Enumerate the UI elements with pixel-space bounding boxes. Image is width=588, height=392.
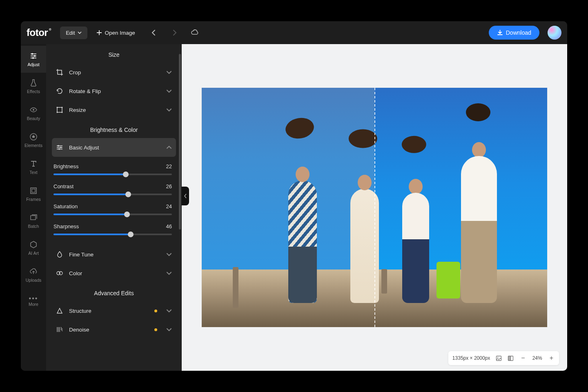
compare-divider[interactable] [374,88,375,327]
svg-rect-5 [31,188,36,194]
row-resize[interactable]: Resize [52,100,176,119]
svg-point-10 [62,107,63,108]
row-basic-adjust[interactable]: Basic Adjust [52,138,176,157]
eye-icon [29,106,38,114]
image-dimensions: 1335px × 2000px [452,355,490,361]
arrow-left-icon [150,29,158,36]
tool-sidebar: Adjust Effects Beauty Elements Text Fram… [21,44,46,371]
sidebar-item-ai-art[interactable]: AI Art [21,234,46,261]
rotate-icon [56,87,63,95]
row-structure[interactable]: Structure [52,301,176,320]
compare-toggle-button[interactable] [508,355,514,361]
slider-track-contrast[interactable] [53,194,172,195]
sidebar-item-frames[interactable]: Frames [21,180,46,207]
row-label: Color [69,270,160,276]
sidebar-item-adjust[interactable]: Adjust [21,46,46,73]
basic-adjust-sliders: Brightness 22 Contrast 26 [52,157,176,241]
image-icon [496,355,502,361]
slider-thumb[interactable] [128,232,134,237]
slider-label: Sharpness [53,223,79,229]
app-window: fotor® Edit Open Image Download [21,21,567,371]
zoom-level: 24% [532,355,542,361]
frame-icon [29,187,38,195]
slider-track-saturation[interactable] [53,214,172,215]
fit-screen-button[interactable] [496,355,502,361]
row-label: Structure [69,308,149,314]
svg-point-11 [57,112,58,113]
slider-thumb[interactable] [123,172,129,177]
slider-sharpness: Sharpness 46 [53,218,172,238]
sidebar-item-effects[interactable]: Effects [21,73,46,100]
row-fine-tune[interactable]: Fine Tune [52,245,176,264]
zoom-in-button[interactable]: + [548,354,555,362]
sidebar-item-label: More [29,302,38,307]
panel-scrollbar[interactable] [179,54,181,229]
main-area: Adjust Effects Beauty Elements Text Fram… [21,44,567,371]
sidebar-item-uploads[interactable]: Uploads [21,261,46,288]
chevron-down-icon [166,327,172,332]
slider-label: Contrast [53,183,74,189]
slider-value: 22 [166,163,172,169]
arrow-right-icon [171,29,178,36]
sliders-icon [29,52,38,60]
row-color[interactable]: Color [52,264,176,283]
canvas-area[interactable]: 1335px × 2000px − 24% + [182,44,567,371]
text-icon [29,160,38,168]
plus-icon [96,30,102,36]
row-denoise[interactable]: Denoise [52,320,176,339]
row-label: Resize [69,107,160,113]
row-crop[interactable]: Crop [52,63,176,82]
sidebar-item-label: Beauty [27,116,40,121]
svg-point-12 [62,112,63,113]
sidebar-item-label: Batch [28,224,39,229]
brand-logo: fotor® [27,27,48,38]
svg-point-14 [60,147,62,148]
row-label: Denoise [69,327,149,333]
star-circle-icon [29,133,38,141]
chevron-down-icon [166,270,172,276]
slider-thumb[interactable] [125,192,131,197]
canvas-status-bar: 1335px × 2000px − 24% + [448,351,559,365]
edit-dropdown[interactable]: Edit [60,27,87,39]
sidebar-item-text[interactable]: Text [21,154,46,180]
cloud-button[interactable] [187,25,202,40]
slider-saturation: Saturation 24 [53,198,172,218]
slider-thumb[interactable] [124,212,130,217]
svg-point-13 [58,145,59,147]
chevron-left-icon [184,194,187,198]
sidebar-item-elements[interactable]: Elements [21,127,46,154]
chevron-down-icon [166,107,172,113]
chevron-down-icon [78,31,82,35]
row-rotate-flip[interactable]: Rotate & Flip [52,82,176,100]
chevron-down-icon [166,69,172,75]
open-image-button[interactable]: Open Image [96,30,135,36]
sidebar-item-label: AI Art [28,251,39,256]
sidebar-item-label: Text [29,170,37,175]
hexagon-icon [29,241,38,249]
slider-label: Saturation [53,203,78,209]
palette-icon [56,270,63,277]
svg-point-9 [57,107,58,108]
section-title-brightness-color: Brightness & Color [52,119,176,138]
row-label: Basic Adjust [69,145,160,151]
chevron-down-icon [166,308,172,314]
sidebar-item-more[interactable]: ••• More [21,288,46,315]
dots-icon: ••• [29,297,38,300]
cloud-icon [191,29,199,37]
sidebar-item-batch[interactable]: Batch [21,207,46,234]
redo-button[interactable] [167,25,182,40]
slider-track-sharpness[interactable] [53,234,172,235]
zoom-out-button[interactable]: − [519,354,526,362]
undo-button[interactable] [147,25,161,40]
slider-track-brightness[interactable] [53,174,172,175]
upload-cloud-icon [29,267,38,276]
slider-brightness: Brightness 22 [53,158,172,178]
svg-point-1 [34,55,36,57]
avatar[interactable] [548,26,561,40]
download-button[interactable]: Download [489,26,539,40]
slider-contrast: Contrast 26 [53,178,172,198]
crop-icon [56,69,63,76]
sidebar-item-beauty[interactable]: Beauty [21,100,46,127]
images-icon [29,214,38,222]
collapse-panel-button[interactable] [182,187,189,205]
